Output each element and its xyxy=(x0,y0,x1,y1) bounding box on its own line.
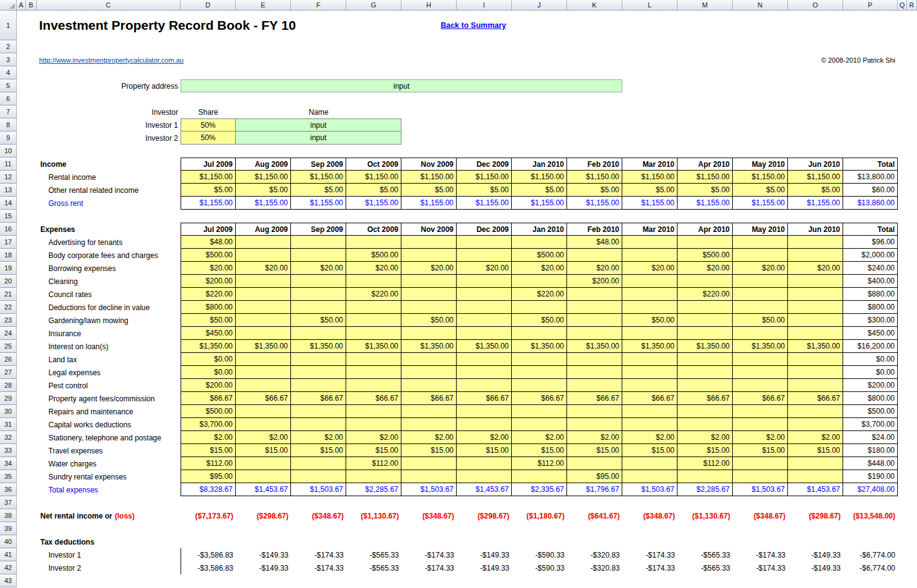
cleaning-total[interactable]: $400.00 xyxy=(843,275,898,288)
sundry-rental-expenses-cell-nov-2009[interactable] xyxy=(401,470,457,483)
row-header-32[interactable]: 32 xyxy=(0,431,17,444)
gardening-lawn-mowing-cell-feb-2010[interactable] xyxy=(567,314,622,327)
travel-expenses-cell-mar-2010[interactable]: $15.00 xyxy=(622,444,678,457)
capital-works-deductions-cell-jun-2010[interactable] xyxy=(788,418,843,431)
other-rental-related-income-cell-dec-2009[interactable]: $5.00 xyxy=(457,184,512,197)
capital-works-deductions-cell-jul-2009[interactable]: $3,700.00 xyxy=(181,418,236,431)
land-tax-cell-feb-2010[interactable] xyxy=(567,353,622,366)
insurance-cell-apr-2010[interactable] xyxy=(678,327,733,340)
land-tax-cell-aug-2009[interactable] xyxy=(236,353,291,366)
insurance-cell-jun-2010[interactable] xyxy=(788,327,843,340)
tax-investor-2-cell-jan-2010[interactable]: -$590.33 xyxy=(512,561,567,574)
body-corporate-fees-and-charges-cell-oct-2009[interactable]: $500.00 xyxy=(346,249,401,262)
column-header-D[interactable]: D xyxy=(181,0,236,11)
water-charges-cell-jun-2010[interactable] xyxy=(788,457,843,470)
gross-rent-cell-may-2010[interactable]: $1,155.00 xyxy=(733,197,788,210)
capital-works-deductions-cell-mar-2010[interactable] xyxy=(622,418,678,431)
legal-expenses-cell-nov-2009[interactable] xyxy=(401,366,457,379)
stationery-telephone-and-postage-cell-jan-2010[interactable]: $2.00 xyxy=(512,431,567,444)
advertising-for-tenants-cell-feb-2010[interactable]: $48.00 xyxy=(567,236,622,249)
advertising-for-tenants-cell-jun-2010[interactable] xyxy=(788,236,843,249)
gross-rent-cell-nov-2009[interactable]: $1,155.00 xyxy=(401,197,457,210)
column-header-N[interactable]: N xyxy=(733,0,788,11)
capital-works-deductions-cell-may-2010[interactable] xyxy=(733,418,788,431)
repairs-and-maintenance-cell-apr-2010[interactable] xyxy=(678,405,733,418)
body-corporate-fees-and-charges-cell-apr-2010[interactable]: $500.00 xyxy=(678,249,733,262)
column-header-L[interactable]: L xyxy=(622,0,678,11)
legal-expenses-cell-oct-2009[interactable] xyxy=(346,366,401,379)
water-charges-cell-sep-2009[interactable] xyxy=(291,457,346,470)
other-rental-related-income-cell-nov-2009[interactable]: $5.00 xyxy=(401,184,457,197)
advertising-for-tenants-cell-apr-2010[interactable] xyxy=(678,236,733,249)
deductions-for-decline-in-value-cell-mar-2010[interactable] xyxy=(622,301,678,314)
tax-investor-2-cell-jul-2009[interactable]: -$3,586.83 xyxy=(181,561,236,574)
row-header-27[interactable]: 27 xyxy=(0,366,17,379)
repairs-and-maintenance-cell-mar-2010[interactable] xyxy=(622,405,678,418)
stationery-telephone-and-postage-cell-jun-2010[interactable]: $2.00 xyxy=(788,431,843,444)
pest-control-cell-jul-2009[interactable]: $200.00 xyxy=(181,379,236,392)
deductions-for-decline-in-value-cell-jun-2010[interactable] xyxy=(788,301,843,314)
land-tax-cell-jan-2010[interactable] xyxy=(512,353,567,366)
capital-works-deductions-cell-sep-2009[interactable] xyxy=(291,418,346,431)
net-loss-cell-apr-2010[interactable]: ($1,130.67) xyxy=(678,509,733,522)
cleaning-cell-jan-2010[interactable] xyxy=(512,275,567,288)
tax-investor-1-cell-sep-2009[interactable]: -$174.33 xyxy=(291,548,346,561)
property-agent-fees-commission-cell-oct-2009[interactable]: $66.67 xyxy=(346,392,401,405)
other-rental-related-income-cell-sep-2009[interactable]: $5.00 xyxy=(291,184,346,197)
interest-on-loan-s-cell-may-2010[interactable]: $1,350.00 xyxy=(733,340,788,353)
net-loss-cell-oct-2009[interactable]: ($1,130.67) xyxy=(346,509,401,522)
repairs-and-maintenance-cell-dec-2009[interactable] xyxy=(457,405,512,418)
gardening-lawn-mowing-cell-apr-2010[interactable] xyxy=(678,314,733,327)
travel-expenses-cell-aug-2009[interactable]: $15.00 xyxy=(236,444,291,457)
deductions-for-decline-in-value-total[interactable]: $800.00 xyxy=(843,301,898,314)
gardening-lawn-mowing-cell-oct-2009[interactable] xyxy=(346,314,401,327)
column-header-K[interactable]: K xyxy=(567,0,622,11)
tax-investor-2-cell-sep-2009[interactable]: -$174.33 xyxy=(291,561,346,574)
property-agent-fees-commission-cell-jul-2009[interactable]: $66.67 xyxy=(181,392,236,405)
capital-works-deductions-cell-oct-2009[interactable] xyxy=(346,418,401,431)
advertising-for-tenants-cell-jan-2010[interactable] xyxy=(512,236,567,249)
property-agent-fees-commission-cell-jun-2010[interactable]: $66.67 xyxy=(788,392,843,405)
pest-control-cell-jun-2010[interactable] xyxy=(788,379,843,392)
investor-2-share-input[interactable]: 50% xyxy=(181,131,236,145)
row-header-4[interactable]: 4 xyxy=(0,66,17,79)
tax-investor-2-cell-may-2010[interactable]: -$174.33 xyxy=(733,561,788,574)
borrowing-expenses-cell-nov-2009[interactable]: $20.00 xyxy=(401,262,457,275)
row-header-20[interactable]: 20 xyxy=(0,275,17,288)
other-rental-related-income-cell-apr-2010[interactable]: $5.00 xyxy=(678,184,733,197)
select-all-button[interactable] xyxy=(0,0,17,11)
rental-income-cell-feb-2010[interactable]: $1,150.00 xyxy=(567,171,622,184)
net-loss-cell-mar-2010[interactable]: ($348.67) xyxy=(622,509,678,522)
row-header-18[interactable]: 18 xyxy=(0,249,17,262)
column-header-I[interactable]: I xyxy=(457,0,512,11)
gardening-lawn-mowing-cell-mar-2010[interactable]: $50.00 xyxy=(622,314,678,327)
tax-investor-1-cell-may-2010[interactable]: -$174.33 xyxy=(733,548,788,561)
sundry-rental-expenses-cell-aug-2009[interactable] xyxy=(236,470,291,483)
gross-rent-cell-apr-2010[interactable]: $1,155.00 xyxy=(678,197,733,210)
insurance-cell-feb-2010[interactable] xyxy=(567,327,622,340)
row-header-2[interactable]: 2 xyxy=(0,40,17,53)
cleaning-cell-apr-2010[interactable] xyxy=(678,275,733,288)
tax-investor-2-cell-dec-2009[interactable]: -$149.33 xyxy=(457,561,512,574)
row-header-37[interactable]: 37 xyxy=(0,496,17,509)
row-header-39[interactable]: 39 xyxy=(0,522,17,535)
borrowing-expenses-cell-dec-2009[interactable]: $20.00 xyxy=(457,262,512,275)
interest-on-loan-s-cell-feb-2010[interactable]: $1,350.00 xyxy=(567,340,622,353)
cleaning-cell-aug-2009[interactable] xyxy=(236,275,291,288)
council-rates-cell-dec-2009[interactable] xyxy=(457,288,512,301)
row-header-33[interactable]: 33 xyxy=(0,444,17,457)
sundry-rental-expenses-cell-dec-2009[interactable] xyxy=(457,470,512,483)
interest-on-loan-s-cell-sep-2009[interactable]: $1,350.00 xyxy=(291,340,346,353)
rental-income-total[interactable]: $13,800.00 xyxy=(843,171,898,184)
website-link[interactable]: http://www.investmentpropertycalculator.… xyxy=(37,53,346,66)
gardening-lawn-mowing-cell-dec-2009[interactable] xyxy=(457,314,512,327)
insurance-cell-nov-2009[interactable] xyxy=(401,327,457,340)
legal-expenses-cell-sep-2009[interactable] xyxy=(291,366,346,379)
total-expenses-cell-jun-2010[interactable]: $1,453.67 xyxy=(788,483,843,496)
body-corporate-fees-and-charges-cell-aug-2009[interactable] xyxy=(236,249,291,262)
deductions-for-decline-in-value-cell-nov-2009[interactable] xyxy=(401,301,457,314)
repairs-and-maintenance-cell-may-2010[interactable] xyxy=(733,405,788,418)
pest-control-cell-mar-2010[interactable] xyxy=(622,379,678,392)
net-loss-cell-dec-2009[interactable]: ($298.67) xyxy=(457,509,512,522)
borrowing-expenses-cell-oct-2009[interactable]: $20.00 xyxy=(346,262,401,275)
